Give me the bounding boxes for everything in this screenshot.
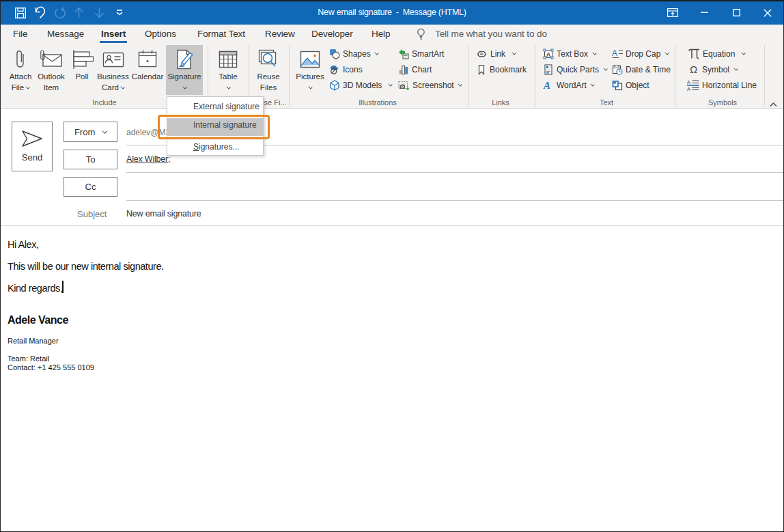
- svg-text:A: A: [543, 80, 550, 91]
- svg-text:A: A: [612, 48, 617, 58]
- svg-text:A: A: [546, 51, 551, 57]
- svg-text:A: A: [687, 80, 690, 85]
- svg-text:A: A: [687, 87, 690, 92]
- svg-text:Ω: Ω: [690, 64, 697, 75]
